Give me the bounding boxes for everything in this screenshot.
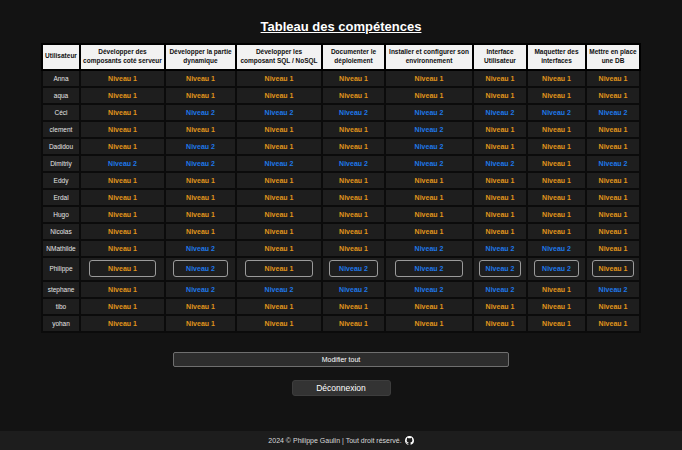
level-cell: Niveau 1 (165, 189, 236, 206)
level-cell: Niveau 1 (586, 87, 640, 104)
level-cell: Niveau 1 (80, 240, 165, 257)
level-cell: Niveau 2 (165, 138, 236, 155)
level-cell: Niveau 1 (80, 281, 165, 298)
level-cell: Niveau 1 (236, 240, 322, 257)
github-icon[interactable] (405, 436, 414, 445)
level-cell: Niveau 2 (473, 281, 527, 298)
level-button[interactable]: Niveau 2 (395, 260, 464, 277)
column-header-7: Maquetter des interfaces (527, 44, 586, 70)
level-cell: Niveau 1 (80, 298, 165, 315)
level-cell: Niveau 1 (236, 189, 322, 206)
table-row: EddyNiveau 1Niveau 1Niveau 1Niveau 1Nive… (42, 172, 640, 189)
level-cell: Niveau 1 (322, 87, 385, 104)
user-cell: NMathilde (42, 240, 80, 257)
level-cell: Niveau 1 (473, 298, 527, 315)
level-button-cell: Niveau 1 (80, 257, 165, 281)
user-cell: Dimitriy (42, 155, 80, 172)
level-cell: Niveau 2 (385, 281, 473, 298)
level-cell: Niveau 2 (586, 155, 640, 172)
level-cell: Niveau 1 (236, 138, 322, 155)
level-cell: Niveau 1 (473, 223, 527, 240)
level-button[interactable]: Niveau 2 (479, 260, 521, 277)
level-cell: Niveau 1 (385, 315, 473, 332)
table-row: NMathildeNiveau 1Niveau 2Niveau 1Niveau … (42, 240, 640, 257)
table-row: tiboNiveau 1Niveau 1Niveau 1Niveau 1Nive… (42, 298, 640, 315)
level-cell: Niveau 1 (473, 70, 527, 87)
level-cell: Niveau 1 (586, 240, 640, 257)
logout-button[interactable]: Déconnexion (292, 380, 391, 396)
level-cell: Niveau 2 (527, 240, 586, 257)
level-button[interactable]: Niveau 1 (592, 260, 634, 277)
level-cell: Niveau 1 (385, 206, 473, 223)
column-header-2: Développer la partie dynamique (165, 44, 236, 70)
level-cell: Niveau 1 (236, 223, 322, 240)
column-header-3: Développer les composant SQL / NoSQL (236, 44, 322, 70)
level-button[interactable]: Niveau 1 (89, 260, 155, 277)
level-cell: Niveau 2 (165, 240, 236, 257)
level-cell: Niveau 1 (322, 189, 385, 206)
user-cell: Erdal (42, 189, 80, 206)
level-cell: Niveau 1 (527, 281, 586, 298)
level-cell: Niveau 2 (165, 104, 236, 121)
level-cell: Niveau 1 (385, 223, 473, 240)
column-header-4: Documenter le déploiement (322, 44, 385, 70)
level-cell: Niveau 2 (385, 121, 473, 138)
user-cell: Anna (42, 70, 80, 87)
level-cell: Niveau 1 (586, 206, 640, 223)
level-cell: Niveau 1 (586, 121, 640, 138)
table-row: CéciNiveau 1Niveau 2Niveau 2Niveau 2Nive… (42, 104, 640, 121)
level-cell: Niveau 2 (473, 240, 527, 257)
user-cell: stephane (42, 281, 80, 298)
level-cell: Niveau 1 (586, 315, 640, 332)
skills-table-body: AnnaNiveau 1Niveau 1Niveau 1Niveau 1Nive… (42, 70, 640, 332)
level-cell: Niveau 1 (322, 172, 385, 189)
level-cell: Niveau 2 (473, 104, 527, 121)
level-cell: Niveau 1 (385, 172, 473, 189)
level-cell: Niveau 2 (385, 138, 473, 155)
level-cell: Niveau 2 (322, 104, 385, 121)
level-button[interactable]: Niveau 2 (534, 260, 580, 277)
column-header-8: Mettre en place une DB (586, 44, 640, 70)
level-cell: Niveau 1 (80, 70, 165, 87)
table-row: DadidouNiveau 1Niveau 2Niveau 1Niveau 1N… (42, 138, 640, 155)
level-cell: Niveau 1 (586, 138, 640, 155)
user-cell: Nicolas (42, 223, 80, 240)
level-button[interactable]: Niveau 1 (245, 260, 312, 277)
level-cell: Niveau 1 (385, 70, 473, 87)
level-cell: Niveau 1 (236, 70, 322, 87)
level-cell: Niveau 1 (527, 87, 586, 104)
table-row: AnnaNiveau 1Niveau 1Niveau 1Niveau 1Nive… (42, 70, 640, 87)
level-cell: Niveau 1 (165, 298, 236, 315)
level-cell: Niveau 1 (473, 87, 527, 104)
level-cell: Niveau 1 (586, 298, 640, 315)
level-cell: Niveau 1 (80, 206, 165, 223)
level-cell: Niveau 1 (80, 189, 165, 206)
level-cell: Niveau 1 (385, 298, 473, 315)
table-row: ErdalNiveau 1Niveau 1Niveau 1Niveau 1Niv… (42, 189, 640, 206)
level-cell: Niveau 1 (586, 189, 640, 206)
level-cell: Niveau 1 (527, 298, 586, 315)
level-cell: Niveau 1 (236, 298, 322, 315)
level-cell: Niveau 2 (385, 104, 473, 121)
level-cell: Niveau 2 (527, 104, 586, 121)
level-button[interactable]: Niveau 2 (329, 260, 378, 277)
level-cell: Niveau 1 (385, 189, 473, 206)
level-cell: Niveau 1 (322, 206, 385, 223)
level-cell: Niveau 1 (165, 223, 236, 240)
user-cell: clement (42, 121, 80, 138)
modify-all-button[interactable]: Modifier tout (173, 352, 509, 367)
table-row: stephaneNiveau 1Niveau 2Niveau 2Niveau 2… (42, 281, 640, 298)
user-cell: yohan (42, 315, 80, 332)
level-cell: Niveau 1 (322, 240, 385, 257)
level-cell: Niveau 1 (165, 70, 236, 87)
level-button[interactable]: Niveau 2 (173, 260, 228, 277)
header-row: UtilisateurDévelopper des composants cot… (42, 44, 640, 70)
level-cell: Niveau 2 (586, 104, 640, 121)
column-header-5: Installer et configurer son environnemen… (385, 44, 473, 70)
level-cell: Niveau 1 (236, 206, 322, 223)
level-button-cell: Niveau 2 (385, 257, 473, 281)
level-button-cell: Niveau 2 (473, 257, 527, 281)
user-cell: tibo (42, 298, 80, 315)
level-cell: Niveau 1 (322, 138, 385, 155)
level-cell: Niveau 1 (322, 298, 385, 315)
